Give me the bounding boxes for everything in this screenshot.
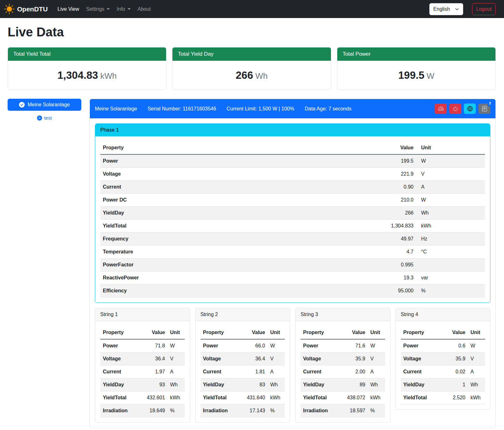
speedometer-icon (438, 106, 444, 111)
table-cell-prop: Voltage (401, 352, 442, 365)
table-cell-prop: Current (201, 365, 238, 378)
column-header-value: Value (138, 326, 167, 339)
table-cell-prop: Irradiation (100, 404, 138, 417)
table-row: Power0.6W (401, 339, 485, 352)
table-cell-prop: Irradiation (301, 404, 338, 417)
table-cell-prop: PowerFactor (100, 259, 289, 271)
table-cell-val: 18.597 (338, 404, 368, 417)
column-header-property: Property (100, 326, 138, 339)
table-cell-val: 4.7 (289, 246, 416, 259)
string-card: String 3 Property Value Unit Power71.6WV… (295, 308, 390, 423)
table-cell-val: 432.601 (138, 391, 167, 404)
table-row: YieldDay93Wh (100, 378, 185, 391)
table-cell-val: 19.3 (289, 271, 416, 284)
inverter-select-button[interactable]: Meine Solaranlage (8, 99, 81, 111)
table-cell-unit: Wh (468, 378, 485, 391)
string-card-title: String 2 (196, 308, 290, 321)
phase-title: Phase 1 (95, 124, 490, 136)
nav-settings[interactable]: Settings (83, 3, 113, 16)
table-row: YieldDay83Wh (201, 378, 285, 391)
table-row: Irradiation17.143% (201, 404, 285, 417)
inverter-sidebar: Meine Solaranlage test (8, 99, 81, 122)
table-cell-prop: YieldTotal (100, 220, 289, 233)
cpu-icon (467, 106, 473, 111)
table-row: Current2.00A (301, 365, 385, 378)
settings-button[interactable] (464, 103, 476, 114)
string-table: Property Value Unit Power0.6WVoltage35.9… (401, 326, 485, 404)
table-cell-unit: Wh (416, 207, 485, 220)
nav-info-label: Info (117, 5, 125, 13)
logout-button[interactable]: Logout (472, 3, 496, 15)
column-header-unit: Unit (368, 326, 385, 339)
inverter-panel: Meine Solaranlage Serial Number: 1161716… (90, 99, 496, 428)
language-select[interactable]: English (429, 3, 463, 15)
table-cell-prop: YieldTotal (301, 391, 338, 404)
table-cell-val: 210.0 (289, 194, 416, 207)
totals-row: Total Yield Total 1,304.83kWh Total Yiel… (8, 47, 496, 90)
table-row: YieldDay266Wh (100, 207, 485, 220)
chevron-down-icon (455, 7, 459, 11)
journal-icon (482, 106, 487, 111)
inverter-select-test[interactable]: test (8, 115, 81, 122)
column-header-unit: Unit (168, 326, 185, 339)
table-cell-unit: kWh (368, 391, 385, 404)
table-cell-unit: kWh (168, 391, 185, 404)
table-cell-unit: °C (416, 246, 485, 259)
table-cell-val: 199.5 (289, 154, 416, 168)
string-table: Property Value Unit Power66.0WVoltage36.… (201, 326, 285, 417)
table-row: Current0.90A (100, 181, 485, 194)
nav-info[interactable]: Info (113, 3, 134, 16)
table-cell-prop: Voltage (301, 352, 338, 365)
column-header-unit: Unit (416, 141, 485, 154)
column-header-property: Property (100, 141, 289, 154)
table-row: Efficiency95.000% (100, 284, 485, 297)
table-header-row: Property Value Unit (100, 326, 185, 339)
table-row: YieldTotal432.601kWh (100, 391, 185, 404)
table-cell-unit: % (416, 284, 485, 297)
page-title: Live Data (8, 22, 496, 41)
table-row: Power71.8W (100, 339, 185, 352)
table-cell-unit: kWh (468, 391, 485, 404)
table-cell-prop: YieldDay (301, 378, 338, 391)
card-header-label: Total Yield Total (8, 47, 166, 61)
table-cell-unit: W (416, 154, 485, 168)
table-row: Frequency49.97Hz (100, 233, 485, 246)
table-cell-prop: YieldDay (401, 378, 442, 391)
brand-link[interactable]: OpenDTU (4, 4, 48, 14)
events-badge: 2 (488, 101, 493, 106)
table-cell-unit: % (368, 404, 385, 417)
table-row: Voltage36.4V (100, 352, 185, 365)
table-cell-val: 2.00 (338, 365, 368, 378)
navbar: OpenDTU Live View Settings Info About En… (0, 0, 504, 18)
table-cell-prop: Power (401, 339, 442, 352)
table-cell-unit: var (416, 271, 485, 284)
limit-button[interactable] (435, 103, 447, 114)
column-header-value: Value (238, 326, 268, 339)
nav-live-view[interactable]: Live View (54, 3, 83, 16)
table-cell-unit: % (168, 404, 185, 417)
column-header-property: Property (201, 326, 238, 339)
dropdown-caret-icon (107, 8, 110, 10)
events-button[interactable]: 2 (478, 103, 490, 114)
table-row: Irradiation18.649% (100, 404, 185, 417)
string-card: String 4 Property Value Unit Power0.6WVo… (395, 308, 491, 410)
power-button[interactable] (449, 103, 461, 114)
table-row: Voltage221.9V (100, 168, 485, 181)
table-cell-prop: ReactivePower (100, 271, 289, 284)
card-value: 1,304.83 (57, 69, 98, 81)
table-cell-val: 438.072 (338, 391, 368, 404)
table-row: Power199.5W (100, 154, 485, 168)
table-cell-val: 95.000 (289, 284, 416, 297)
table-cell-val: 1,304.833 (289, 220, 416, 233)
string-card-title: String 3 (296, 308, 390, 321)
nav-about[interactable]: About (134, 3, 154, 16)
table-cell-prop: Power (100, 339, 138, 352)
table-row: ReactivePower19.3var (100, 271, 485, 284)
table-cell-val: 89 (338, 378, 368, 391)
table-row: Power66.0W (201, 339, 285, 352)
total-yield-day-card: Total Yield Day 266Wh (172, 47, 331, 90)
table-cell-prop: YieldDay (201, 378, 238, 391)
table-cell-unit: V (416, 168, 485, 181)
table-cell-unit (416, 259, 485, 271)
card-unit: Wh (255, 71, 268, 81)
